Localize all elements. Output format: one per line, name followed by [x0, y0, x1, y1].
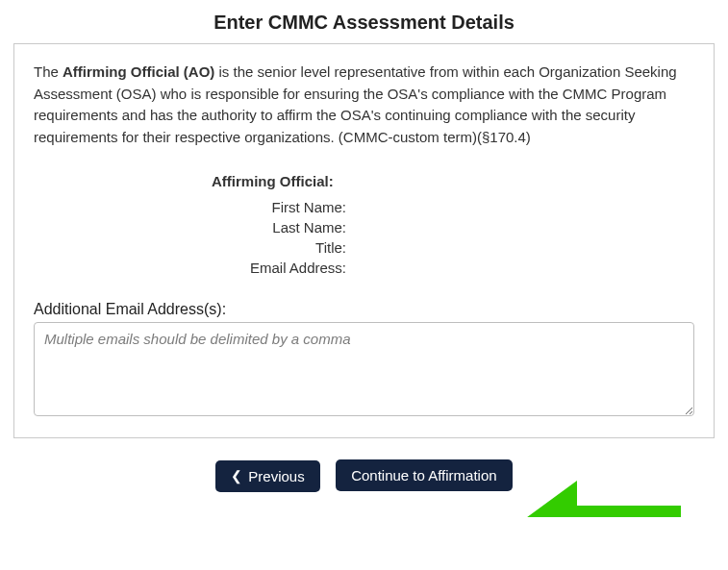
previous-button-label: Previous — [248, 468, 304, 484]
first-name-label: First Name: — [212, 199, 346, 215]
last-name-row: Last Name: — [34, 219, 694, 235]
continue-button[interactable]: Continue to Affirmation — [336, 459, 512, 491]
first-name-row: First Name: — [34, 199, 694, 215]
email-label: Email Address: — [212, 260, 346, 276]
additional-emails-input[interactable] — [34, 322, 694, 416]
ao-description: The Affirming Official (AO) is the senio… — [34, 62, 694, 148]
page-title: Enter CMMC Assessment Details — [0, 12, 728, 34]
title-label: Title: — [212, 239, 346, 256]
callout-arrow-icon — [519, 475, 692, 517]
previous-button[interactable]: ❮ Previous — [215, 460, 319, 492]
continue-button-label: Continue to Affirmation — [351, 467, 496, 483]
title-row: Title: — [34, 239, 694, 256]
desc-prefix: The — [34, 63, 63, 80]
ao-heading: Affirming Official: — [212, 173, 694, 189]
additional-emails-label: Additional Email Address(s): — [34, 301, 694, 318]
desc-bold: Affirming Official (AO) — [63, 63, 214, 80]
chevron-left-icon: ❮ — [231, 468, 242, 483]
svg-marker-0 — [519, 481, 681, 517]
last-name-label: Last Name: — [212, 219, 346, 235]
email-row: Email Address: — [34, 260, 694, 276]
details-panel: The Affirming Official (AO) is the senio… — [13, 43, 715, 438]
